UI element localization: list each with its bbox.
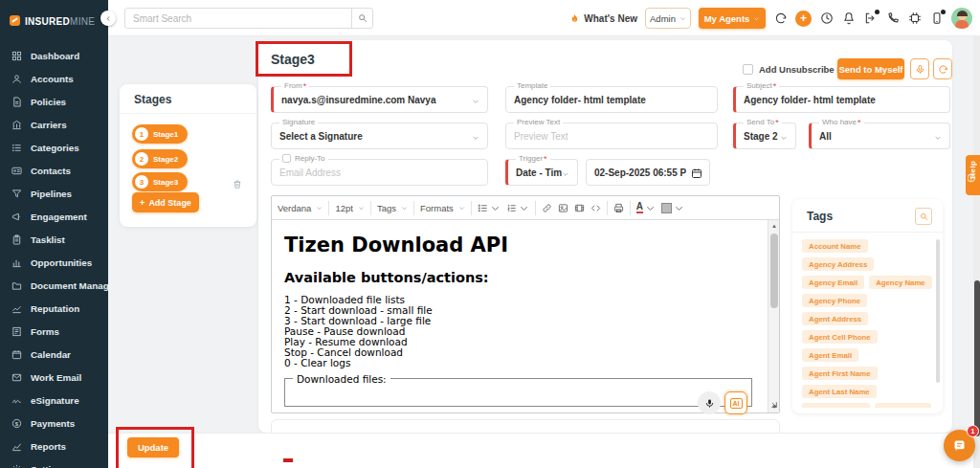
from-select[interactable]: From* navya.s@insuredmine.com Navya <box>271 86 488 113</box>
signature-select[interactable]: Signature Select a Signature <box>271 123 488 149</box>
template-field[interactable]: Template Agency folder- html template <box>505 86 718 113</box>
sidebar-item-forms[interactable]: Forms <box>0 320 108 343</box>
font-size-dropdown[interactable]: 12pt <box>335 203 365 213</box>
sidebar-item-categories[interactable]: Categories <box>0 136 108 159</box>
sidebar-item-esignature[interactable]: eSignature <box>0 389 108 412</box>
font-family-dropdown[interactable]: Verdana <box>278 203 323 213</box>
contact-card-icon <box>11 166 22 176</box>
reset-template-button[interactable] <box>933 58 952 79</box>
sidebar-item-pipelines[interactable]: Pipelines <box>0 182 108 205</box>
print-button[interactable] <box>613 203 624 213</box>
tag-chip[interactable]: Account Name <box>802 239 868 253</box>
background-color-button[interactable] <box>661 203 684 213</box>
stage-pill-2[interactable]: 2 Stage2 <box>132 149 188 168</box>
sidebar-item-reports[interactable]: Reports <box>0 435 108 457</box>
refresh-button[interactable] <box>773 11 788 26</box>
my-agents-button[interactable]: My Agents <box>699 8 766 29</box>
sidebar-item-engagement[interactable]: Engagement <box>0 205 108 228</box>
tag-chip[interactable]: Agency Email <box>802 276 864 289</box>
sidebar-item-dashboard[interactable]: Dashboard <box>0 44 108 67</box>
stage-pill-1[interactable]: 1 Stage1 <box>132 124 188 144</box>
search-input[interactable] <box>125 9 351 28</box>
sidebar-item-calendar[interactable]: Calendar <box>0 343 108 366</box>
search-button[interactable] <box>351 9 372 28</box>
stage-pill-3[interactable]: 3 Stage3 <box>132 172 188 191</box>
tags-dropdown[interactable]: Tags <box>377 203 408 213</box>
admin-dropdown[interactable]: Admin <box>645 8 691 29</box>
trigger-value: Date - Time <box>516 167 562 178</box>
add-unsubscribe-checkbox[interactable] <box>743 64 753 75</box>
editor-scrollbar[interactable]: ▲ ▼ <box>768 220 779 412</box>
sidebar-item-tasklist[interactable]: Tasklist <box>0 228 108 251</box>
stages-title: Stages <box>134 93 171 106</box>
sidebar-item-opportunities[interactable]: Opportunities <box>0 251 108 274</box>
tag-chip[interactable]: Agent Last Name <box>802 385 877 398</box>
add-stage-button[interactable]: + Add Stage <box>132 192 199 212</box>
phone-button[interactable] <box>885 11 900 26</box>
add-button[interactable]: + <box>795 11 812 27</box>
notifications-button[interactable] <box>841 11 856 26</box>
delete-stage-button[interactable] <box>233 176 242 193</box>
sidebar-item-reputation[interactable]: Reputation <box>0 297 108 320</box>
history-button[interactable] <box>819 11 834 26</box>
sidebar-item-policies[interactable]: Policies <box>0 90 108 113</box>
ai-assistant-button[interactable] <box>907 11 922 26</box>
voice-input-button[interactable] <box>910 58 929 79</box>
stage-number: 1 <box>135 127 148 141</box>
refresh-icon <box>938 64 948 75</box>
text-color-button[interactable]: A <box>636 202 656 213</box>
page-scrollbar-thumb[interactable] <box>974 280 980 436</box>
sidebar-collapse-button[interactable] <box>100 11 116 26</box>
send-to-select[interactable]: Send To* Stage 2 <box>733 123 796 149</box>
reply-to-checkbox[interactable] <box>282 154 291 163</box>
scroll-up-icon[interactable]: ▲ <box>770 222 778 230</box>
tag-chip[interactable]: Agent Address <box>802 312 868 325</box>
who-have-value: All <box>819 131 832 142</box>
editor-resize-handle[interactable] <box>768 395 778 412</box>
tags-scrollbar-thumb[interactable] <box>936 239 940 383</box>
editor-content[interactable]: Tizen Download API Available buttons/act… <box>272 220 768 412</box>
send-to-myself-button[interactable]: Send to Myself <box>837 58 904 79</box>
sidebar-item-work-email[interactable]: Work Email <box>0 366 108 389</box>
sidebar-item-accounts[interactable]: Accounts <box>0 67 108 90</box>
user-avatar[interactable] <box>951 8 972 29</box>
tag-chip[interactable]: Agent Email <box>802 348 858 362</box>
whats-new-link[interactable]: What's New <box>569 12 637 25</box>
who-have-select[interactable]: Who have* All <box>809 123 950 149</box>
sidebar-item-contacts[interactable]: Contacts <box>0 159 108 182</box>
trend-icon <box>11 303 22 314</box>
datetime-field[interactable]: 02-Sep-2025 06:55 PM <box>586 159 710 186</box>
tags-search-button[interactable] <box>915 208 932 225</box>
device-button[interactable] <box>929 11 944 26</box>
bullet-list-button[interactable] <box>478 203 501 213</box>
tag-chip[interactable]: Agent Location <box>802 403 870 408</box>
logout-button[interactable] <box>863 11 878 26</box>
insert-link-button[interactable] <box>542 203 552 213</box>
sidebar-item-document-manager[interactable]: Document Manager <box>0 274 108 297</box>
tag-chip[interactable]: Agent Name <box>875 403 932 408</box>
subject-field[interactable]: Subject* Agency folder- html template <box>733 86 950 113</box>
reply-to-field[interactable]: Reply-To Email Address <box>271 159 488 186</box>
tag-chip[interactable]: Agent Cell Phone <box>802 330 878 344</box>
source-code-button[interactable] <box>590 203 601 213</box>
who-have-label: Who have <box>822 118 857 126</box>
insert-image-button[interactable] <box>558 203 568 213</box>
sidebar-item-settings[interactable]: Settings <box>0 457 108 468</box>
sidebar-item-carriers[interactable]: Carriers <box>0 113 108 136</box>
help-tab[interactable]: ⓘHelp <box>966 155 980 195</box>
tag-chip[interactable]: Agency Phone <box>802 294 867 307</box>
formats-dropdown[interactable]: Formats <box>420 203 465 213</box>
insert-media-button[interactable] <box>574 203 585 213</box>
dictation-button[interactable] <box>698 391 721 414</box>
tag-chip[interactable]: Agent First Name <box>802 367 878 380</box>
editor-scrollbar-thumb[interactable] <box>770 234 778 308</box>
sidebar-item-payments[interactable]: $ Payments <box>0 412 108 435</box>
tag-chip[interactable]: Agency Name <box>869 276 932 289</box>
refresh-icon <box>774 11 788 25</box>
numbered-list-button[interactable] <box>506 203 529 213</box>
update-button[interactable]: Update <box>127 437 179 457</box>
ai-writer-button[interactable]: AI <box>724 391 747 414</box>
trigger-select[interactable]: Trigger* Date - Time <box>505 159 578 186</box>
tag-chip[interactable]: Agency Address <box>802 257 874 271</box>
preview-text-field[interactable]: Preview Text Preview Text <box>505 123 718 149</box>
